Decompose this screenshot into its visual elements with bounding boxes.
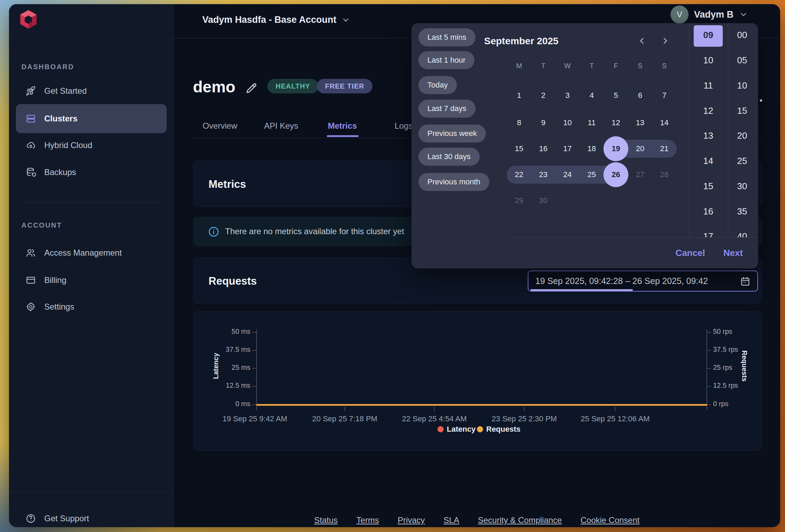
- calendar-next-icon[interactable]: [661, 36, 670, 46]
- calendar-day[interactable]: 8: [517, 118, 521, 127]
- calendar-day[interactable]: 6: [638, 91, 642, 100]
- calendar-day-disabled[interactable]: 27: [636, 170, 644, 179]
- time-columns: 09 10 11 12 13 14 15 16 17 00 05 10 15 2…: [681, 23, 758, 237]
- calendar-day[interactable]: 16: [539, 144, 547, 153]
- calendar-day[interactable]: 11: [588, 118, 596, 127]
- footer-link-cookie-consent[interactable]: Cookie Consent: [581, 515, 640, 525]
- qdrant-logo-icon[interactable]: [19, 9, 37, 30]
- calendar-day-disabled[interactable]: 30: [539, 196, 547, 205]
- footer-link-security-compliance[interactable]: Security & Compliance: [478, 515, 562, 525]
- hour-option[interactable]: 16: [703, 206, 713, 217]
- footer-link-privacy[interactable]: Privacy: [398, 515, 425, 525]
- calendar-day[interactable]: 7: [662, 91, 666, 100]
- tab-overview[interactable]: Overview: [203, 121, 237, 131]
- calendar-day[interactable]: 25: [588, 170, 596, 179]
- calendar-day[interactable]: 3: [565, 91, 570, 100]
- sidebar-item-get-started[interactable]: Get Started: [16, 81, 167, 101]
- legend-label-latency[interactable]: Latency: [447, 425, 475, 434]
- minute-option[interactable]: 05: [737, 55, 747, 66]
- sidebar-item-label: Hybrid Cloud: [44, 140, 92, 150]
- quick-option-last-7-days[interactable]: Last 7 days: [418, 100, 475, 118]
- calendar-day[interactable]: 21: [660, 144, 668, 153]
- right-axis-tick: 50 rps: [713, 328, 761, 336]
- right-axis-tick: 0 rps: [713, 400, 761, 408]
- minute-option[interactable]: 30: [737, 181, 747, 192]
- calendar-day[interactable]: 2: [541, 91, 545, 100]
- calendar-icon[interactable]: [740, 276, 750, 286]
- footer-link-sla[interactable]: SLA: [444, 515, 459, 525]
- legend-label-requests[interactable]: Requests: [486, 425, 520, 434]
- calendar-day[interactable]: 22: [515, 170, 523, 179]
- right-axis-title: Requests: [740, 350, 748, 382]
- user-menu[interactable]: V Vadym B: [671, 6, 748, 24]
- sidebar-divider: [9, 492, 174, 493]
- quick-option-previous-week[interactable]: Previous week: [418, 125, 486, 143]
- minute-option[interactable]: 00: [737, 30, 747, 40]
- right-axis-line: [706, 329, 707, 410]
- user-name: Vadym B: [694, 9, 733, 20]
- rocket-icon: [26, 86, 36, 96]
- sidebar-item-access-management[interactable]: Access Management: [16, 243, 167, 263]
- weekday-header: W: [564, 62, 571, 70]
- sidebar-item-get-support[interactable]: Get Support: [16, 509, 167, 527]
- date-range-input[interactable]: 19 Sep 2025, 09:42:28 – 26 Sep 2025, 09:…: [528, 270, 758, 292]
- minute-option[interactable]: 15: [737, 106, 747, 116]
- calendar-day[interactable]: 5: [614, 91, 618, 100]
- edit-pencil-icon[interactable]: [245, 82, 258, 95]
- footer-link-terms[interactable]: Terms: [357, 515, 379, 525]
- sidebar-item-clusters[interactable]: Clusters: [16, 104, 167, 133]
- minute-option[interactable]: 35: [737, 206, 747, 217]
- hour-option[interactable]: 14: [703, 156, 713, 166]
- calendar-day[interactable]: 14: [660, 118, 668, 127]
- calendar-day[interactable]: 12: [612, 118, 620, 127]
- hour-option-selected[interactable]: 09: [703, 30, 713, 40]
- cancel-button[interactable]: Cancel: [675, 248, 705, 258]
- sidebar-item-backups[interactable]: Backups: [16, 163, 167, 182]
- minute-option[interactable]: 25: [737, 156, 747, 166]
- clusters-icon: [26, 113, 36, 124]
- sidebar-item-settings[interactable]: Settings: [16, 297, 167, 317]
- hour-option[interactable]: 17: [703, 231, 713, 238]
- calendar-prev-icon[interactable]: [637, 36, 647, 46]
- calendar-day[interactable]: 20: [636, 144, 644, 153]
- tab-logs[interactable]: Logs: [395, 121, 413, 131]
- calendar-day[interactable]: 1: [517, 91, 521, 100]
- quick-option-last-1-hour[interactable]: Last 1 hour: [418, 51, 474, 69]
- hour-option[interactable]: 15: [703, 181, 713, 192]
- tab-metrics[interactable]: Metrics: [328, 121, 357, 131]
- quick-option-today[interactable]: Today: [418, 76, 457, 94]
- quick-option-last-5-mins[interactable]: Last 5 mins: [418, 28, 475, 46]
- quick-option-last-30-days[interactable]: Last 30 days: [418, 148, 480, 166]
- minute-option[interactable]: 20: [737, 130, 747, 141]
- calendar-day[interactable]: 15: [515, 144, 523, 153]
- hour-option[interactable]: 10: [703, 55, 713, 66]
- calendar-day-disabled[interactable]: 28: [660, 170, 668, 179]
- credit-card-icon: [26, 275, 36, 285]
- sidebar-item-hybrid-cloud[interactable]: Hybrid Cloud: [16, 136, 167, 155]
- calendar-day[interactable]: 24: [563, 170, 572, 179]
- calendar-day[interactable]: 23: [539, 170, 547, 179]
- calendar-day[interactable]: 18: [588, 144, 596, 153]
- calendar-day-range-start[interactable]: 19: [612, 144, 620, 153]
- hour-option[interactable]: 13: [703, 130, 713, 141]
- calendar-day[interactable]: 10: [563, 118, 572, 127]
- backups-icon: [26, 167, 36, 177]
- calendar-day[interactable]: 13: [636, 118, 644, 127]
- tick: [706, 368, 711, 369]
- calendar-day[interactable]: 17: [563, 144, 572, 153]
- footer-link-status[interactable]: Status: [314, 515, 338, 525]
- account-selector[interactable]: Vadym Hasdfa - Base Account: [202, 15, 350, 25]
- tab-api-keys[interactable]: API Keys: [264, 121, 298, 131]
- right-axis-tick: 37.5 rps: [713, 346, 761, 354]
- next-button[interactable]: Next: [723, 248, 743, 258]
- calendar-day[interactable]: 4: [590, 91, 594, 100]
- minute-option[interactable]: 40: [737, 231, 747, 238]
- calendar-day-range-end[interactable]: 26: [612, 170, 620, 179]
- hour-option[interactable]: 11: [704, 80, 713, 91]
- quick-option-previous-month[interactable]: Previous month: [418, 173, 489, 191]
- minute-option[interactable]: 10: [737, 80, 747, 91]
- hour-option[interactable]: 12: [703, 106, 713, 116]
- sidebar-item-billing[interactable]: Billing: [16, 270, 167, 290]
- calendar-day-disabled[interactable]: 29: [515, 196, 523, 205]
- calendar-day[interactable]: 9: [541, 118, 545, 127]
